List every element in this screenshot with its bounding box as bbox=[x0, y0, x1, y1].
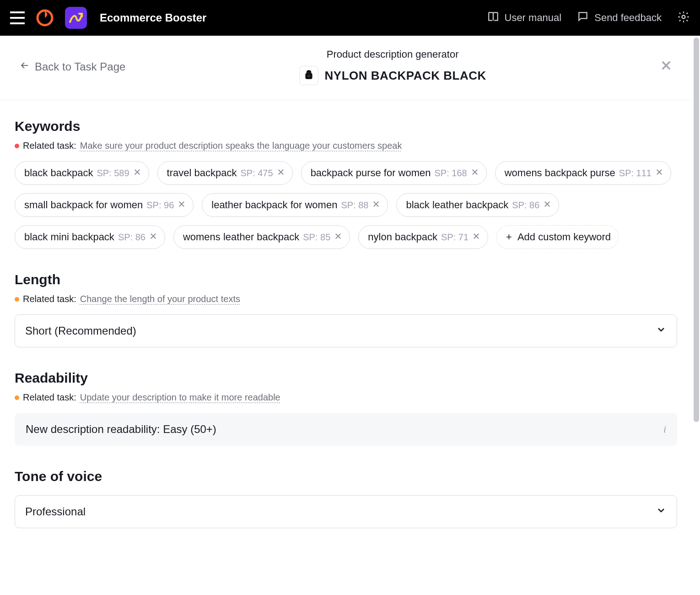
close-icon bbox=[277, 167, 285, 179]
keyword-chip: nylon backpackSP: 71 bbox=[358, 225, 488, 249]
info-icon[interactable]: i bbox=[663, 423, 666, 435]
header-center: Product description generator NYLON BACK… bbox=[299, 49, 486, 85]
keyword-text: nylon backpack bbox=[368, 231, 437, 243]
keywords-related-row: Related task: Make sure your product des… bbox=[15, 141, 677, 151]
readability-info: New description readability: Easy (50+) … bbox=[15, 413, 677, 446]
user-manual-label: User manual bbox=[505, 12, 562, 24]
readability-title: Readability bbox=[15, 370, 677, 386]
keyword-text: travel backpack bbox=[167, 167, 237, 179]
length-title: Length bbox=[15, 272, 677, 287]
tone-selected-value: Professional bbox=[25, 505, 86, 518]
settings-button[interactable] bbox=[677, 11, 690, 25]
scrollbar-thumb[interactable] bbox=[694, 38, 699, 422]
topbar-right: User manual Send feedback bbox=[487, 11, 690, 25]
remove-keyword-button[interactable] bbox=[334, 231, 342, 243]
remove-keyword-button[interactable] bbox=[655, 167, 663, 179]
close-icon bbox=[471, 167, 479, 179]
keyword-text: leather backpack for women bbox=[211, 199, 337, 211]
close-button[interactable] bbox=[660, 59, 673, 75]
keyword-text: backpack purse for women bbox=[311, 167, 431, 179]
chat-icon bbox=[577, 11, 589, 25]
close-icon bbox=[660, 62, 673, 74]
keywords-title: Keywords bbox=[15, 119, 677, 134]
back-label: Back to Task Page bbox=[35, 60, 125, 73]
keyword-sp: SP: 111 bbox=[619, 168, 652, 178]
readability-related-link[interactable]: Update your description to make it more … bbox=[80, 392, 280, 403]
add-keyword-label: Add custom keyword bbox=[517, 231, 611, 243]
send-feedback-link[interactable]: Send feedback bbox=[577, 11, 662, 25]
close-icon bbox=[334, 231, 342, 243]
keyword-text: black backpack bbox=[24, 167, 93, 179]
keyword-chip: backpack purse for womenSP: 168 bbox=[301, 161, 487, 185]
remove-keyword-button[interactable] bbox=[149, 231, 157, 243]
related-prefix: Related task: bbox=[23, 392, 76, 403]
chevron-down-icon bbox=[656, 324, 667, 338]
keyword-text: black leather backpack bbox=[406, 199, 508, 211]
tone-select[interactable]: Professional bbox=[15, 495, 677, 528]
priority-dot-icon bbox=[15, 297, 19, 302]
length-related-link[interactable]: Change the length of your product texts bbox=[80, 294, 240, 304]
remove-keyword-button[interactable] bbox=[472, 231, 480, 243]
close-icon bbox=[543, 199, 551, 211]
keyword-sp: SP: 96 bbox=[146, 200, 174, 211]
length-selected-value: Short (Recommended) bbox=[25, 325, 136, 337]
add-keyword-button[interactable]: +Add custom keyword bbox=[496, 225, 619, 249]
remove-keyword-button[interactable] bbox=[133, 167, 141, 179]
app-title: Ecommerce Booster bbox=[100, 11, 206, 24]
length-select[interactable]: Short (Recommended) bbox=[15, 314, 677, 347]
remove-keyword-button[interactable] bbox=[471, 167, 479, 179]
remove-keyword-button[interactable] bbox=[372, 199, 380, 211]
related-prefix: Related task: bbox=[23, 141, 76, 151]
product-name: NYLON BACKPACK BLACK bbox=[325, 69, 486, 83]
book-icon bbox=[487, 11, 499, 25]
page-subtitle: Product description generator bbox=[327, 49, 459, 60]
content: Keywords Related task: Make sure your pr… bbox=[0, 100, 692, 560]
backpack-icon bbox=[303, 69, 315, 82]
arrow-left-icon bbox=[19, 60, 30, 74]
keyword-sp: SP: 589 bbox=[97, 168, 129, 178]
svg-point-1 bbox=[682, 16, 685, 19]
close-icon bbox=[133, 167, 141, 179]
keyword-sp: SP: 85 bbox=[303, 232, 330, 243]
readability-info-text: New description readability: Easy (50+) bbox=[26, 423, 216, 436]
keyword-text: womens backpack purse bbox=[505, 167, 615, 179]
remove-keyword-button[interactable] bbox=[277, 167, 285, 179]
priority-dot-icon bbox=[15, 395, 19, 400]
product-thumbnail bbox=[299, 66, 318, 85]
readability-related-row: Related task: Update your description to… bbox=[15, 392, 677, 403]
scrollbar[interactable] bbox=[692, 36, 700, 595]
keyword-text: womens leather backpack bbox=[183, 231, 299, 243]
user-manual-link[interactable]: User manual bbox=[487, 11, 562, 25]
keyword-chip: black leather backpackSP: 86 bbox=[396, 193, 559, 217]
keyword-chip: black mini backpackSP: 86 bbox=[15, 225, 165, 249]
back-to-task-link[interactable]: Back to Task Page bbox=[19, 60, 125, 74]
priority-dot-icon bbox=[15, 144, 19, 148]
keyword-chips: black backpackSP: 589travel backpackSP: … bbox=[15, 161, 677, 249]
keyword-chip: womens backpack purseSP: 111 bbox=[495, 161, 671, 185]
menu-icon[interactable] bbox=[10, 11, 25, 24]
page-wrapper: Back to Task Page Product description ge… bbox=[0, 36, 700, 595]
keyword-sp: SP: 88 bbox=[341, 200, 368, 211]
keyword-chip: small backpack for womenSP: 96 bbox=[15, 193, 194, 217]
keyword-chip: black backpackSP: 589 bbox=[15, 161, 149, 185]
app-logo-icon bbox=[65, 7, 87, 29]
topbar: Ecommerce Booster User manual Send feedb… bbox=[0, 0, 700, 36]
page-scroll: Back to Task Page Product description ge… bbox=[0, 36, 692, 595]
tone-title: Tone of voice bbox=[15, 469, 677, 484]
remove-keyword-button[interactable] bbox=[178, 199, 186, 211]
keyword-sp: SP: 86 bbox=[512, 200, 539, 211]
close-icon bbox=[472, 231, 480, 243]
header-title-row: NYLON BACKPACK BLACK bbox=[299, 66, 486, 85]
keyword-sp: SP: 71 bbox=[441, 232, 468, 243]
chevron-down-icon bbox=[656, 505, 667, 519]
keyword-sp: SP: 475 bbox=[240, 168, 273, 178]
page-header: Back to Task Page Product description ge… bbox=[0, 36, 692, 100]
keyword-sp: SP: 168 bbox=[435, 168, 467, 178]
keyword-sp: SP: 86 bbox=[118, 232, 145, 243]
keyword-chip: leather backpack for womenSP: 88 bbox=[202, 193, 388, 217]
keywords-related-link[interactable]: Make sure your product description speak… bbox=[80, 141, 402, 151]
close-icon bbox=[178, 199, 186, 211]
remove-keyword-button[interactable] bbox=[543, 199, 551, 211]
keyword-chip: travel backpackSP: 475 bbox=[157, 161, 293, 185]
keyword-text: black mini backpack bbox=[24, 231, 114, 243]
